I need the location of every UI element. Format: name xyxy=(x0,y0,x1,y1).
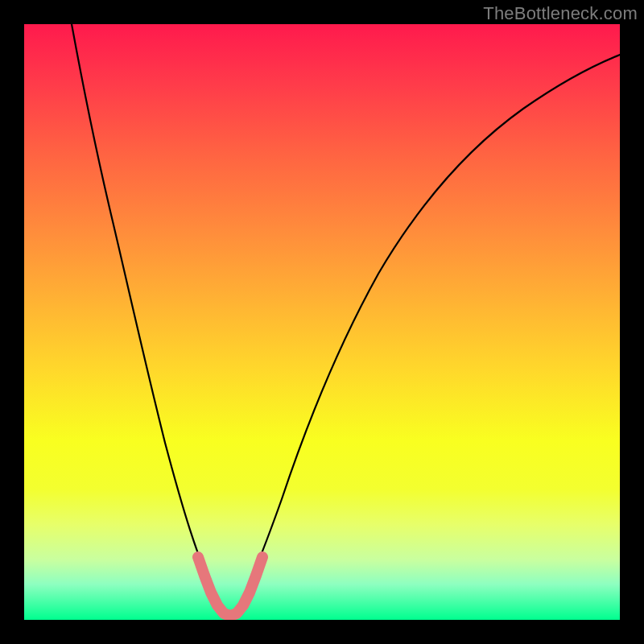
chart-plot-area xyxy=(24,24,620,620)
watermark-text: TheBottleneck.com xyxy=(483,3,638,24)
optimal-band xyxy=(198,557,262,616)
chart-svg xyxy=(24,24,620,620)
chart-frame: TheBottleneck.com xyxy=(0,0,644,644)
bottleneck-curve xyxy=(72,24,620,613)
